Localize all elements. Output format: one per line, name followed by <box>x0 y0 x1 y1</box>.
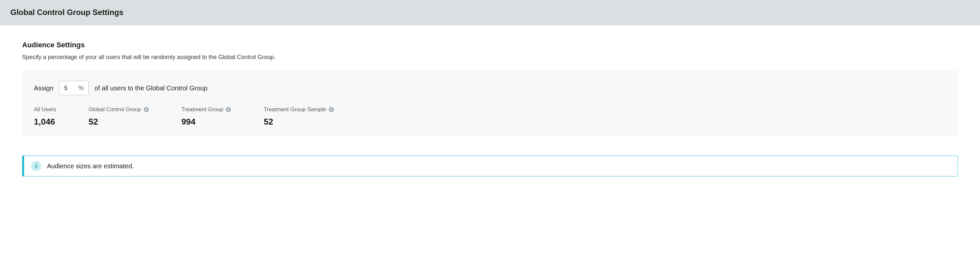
stat-global-control-group: Global Control Group 52 <box>89 106 149 127</box>
svg-point-4 <box>331 108 331 109</box>
info-icon: i <box>31 161 41 171</box>
assign-suffix-label: of all users to the Global Control Group <box>94 85 208 92</box>
stat-label: Global Control Group <box>89 106 141 113</box>
stats-row: All Users 1,046 Global Control Group 52 … <box>34 106 946 127</box>
section-description: Specify a percentage of your all users t… <box>22 54 958 61</box>
assign-row: Assign % of all users to the Global Cont… <box>34 81 946 95</box>
stat-treatment-group: Treatment Group 994 <box>181 106 231 127</box>
stat-value: 994 <box>181 117 231 127</box>
content: Audience Settings Specify a percentage o… <box>0 25 980 144</box>
info-glyph: i <box>35 163 37 169</box>
stat-label: Treatment Group <box>181 106 223 113</box>
section-title: Audience Settings <box>22 41 958 49</box>
info-icon[interactable] <box>226 107 231 112</box>
stat-label: Treatment Group Sample <box>264 106 326 113</box>
stat-value: 1,046 <box>34 117 56 127</box>
info-icon[interactable] <box>329 107 334 112</box>
info-icon[interactable] <box>144 107 149 112</box>
stat-treatment-group-sample: Treatment Group Sample 52 <box>264 106 334 127</box>
stat-label-row: Global Control Group <box>89 106 149 113</box>
percent-sign: % <box>78 85 84 92</box>
audience-panel: Assign % of all users to the Global Cont… <box>22 70 958 137</box>
stat-label-row: Treatment Group <box>181 106 231 113</box>
alert-text: Audience sizes are estimated. <box>47 163 134 170</box>
svg-point-2 <box>228 108 229 109</box>
stat-value: 52 <box>264 117 334 127</box>
stat-label: All Users <box>34 106 56 113</box>
header-bar: Global Control Group Settings <box>0 0 980 25</box>
svg-rect-5 <box>331 109 332 111</box>
svg-rect-3 <box>228 109 229 111</box>
assign-prefix-label: Assign <box>34 85 53 92</box>
stat-label-row: All Users <box>34 106 56 113</box>
info-alert: i Audience sizes are estimated. <box>22 156 958 176</box>
percentage-input[interactable] <box>64 85 74 92</box>
stat-all-users: All Users 1,046 <box>34 106 56 127</box>
svg-rect-1 <box>146 109 146 111</box>
stat-value: 52 <box>89 117 149 127</box>
percentage-input-wrap[interactable]: % <box>59 81 89 95</box>
svg-point-0 <box>146 108 146 109</box>
page-title: Global Control Group Settings <box>10 8 970 17</box>
stat-label-row: Treatment Group Sample <box>264 106 334 113</box>
